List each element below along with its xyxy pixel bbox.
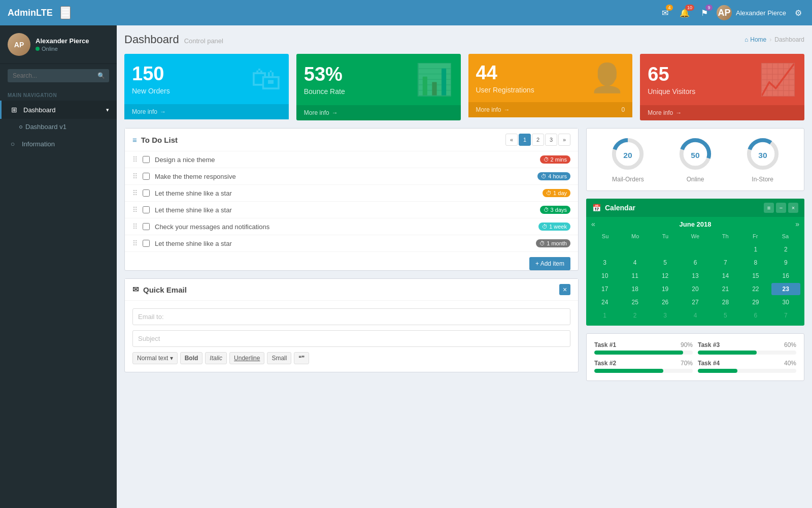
page-next-btn[interactable]: » [558, 134, 570, 146]
cal-cell[interactable]: 26 [651, 296, 680, 308]
cal-cell-today[interactable]: 23 [771, 283, 800, 295]
cal-cell[interactable]: 17 [590, 283, 619, 295]
subject-input[interactable] [132, 330, 570, 347]
drag-handle-icon[interactable]: ⠿ [132, 206, 138, 214]
add-item-button[interactable]: + Add item [529, 257, 570, 270]
user-area[interactable]: AP Alexander Pierce [717, 5, 786, 20]
drag-handle-icon[interactable]: ⠿ [132, 223, 138, 231]
small-button[interactable]: Small [267, 352, 291, 364]
tasks-card: Task #1 90% Task #3 60% [586, 333, 804, 381]
todo-checkbox[interactable] [143, 156, 150, 163]
flag-button[interactable]: ⚑ 9 [698, 6, 710, 20]
stat-card-new-orders[interactable]: 150 New Orders 🛍 More info → [124, 54, 289, 120]
sidebar-item-information[interactable]: ○ Information [0, 135, 117, 153]
cal-cell[interactable] [711, 243, 740, 256]
todo-checkbox[interactable] [143, 173, 150, 180]
normal-text-button[interactable]: Normal text ▾ [132, 352, 178, 364]
bell-button[interactable]: 🔔 10 [677, 6, 692, 20]
svg-text:30: 30 [758, 151, 767, 160]
quick-email-close-button[interactable]: × [559, 284, 570, 295]
calendar-close-button[interactable]: × [788, 203, 798, 213]
quote-button[interactable]: ❝❞ [294, 352, 309, 364]
italic-button[interactable]: Italic [205, 352, 227, 364]
settings-button[interactable]: ⚙ [792, 6, 804, 20]
sidebar-subitem-dashboard[interactable]: Dashboard v1 [0, 119, 117, 135]
cal-cell[interactable]: 6 [741, 309, 770, 322]
calendar-minimize-button[interactable]: − [776, 203, 786, 213]
stat-card-user-reg[interactable]: 44 User Registrations 👤 More info → 0 [468, 54, 633, 120]
drag-handle-icon[interactable]: ⠿ [132, 189, 138, 197]
sidebar-item-dashboard[interactable]: ⊞ Dashboard ▾ [0, 101, 117, 119]
cal-cell[interactable]: 29 [741, 296, 770, 308]
nav-icons: ✉ 4 🔔 10 ⚑ 9 AP Alexander Pierce ⚙ [659, 5, 804, 20]
todo-checkbox[interactable] [143, 189, 150, 197]
sidebar-user-name: Alexander Pierce [36, 37, 89, 45]
cal-cell[interactable]: 30 [771, 296, 800, 308]
drag-handle-icon[interactable]: ⠿ [132, 155, 138, 164]
stat-footer-bounce[interactable]: More info → [296, 105, 461, 120]
stat-footer-users[interactable]: More info → 0 [468, 102, 633, 117]
cal-cell[interactable]: 5 [651, 257, 680, 269]
cal-cell[interactable]: 9 [771, 257, 800, 269]
stat-footer-orders[interactable]: More info → [124, 104, 289, 119]
cal-cell[interactable]: 7 [711, 257, 740, 269]
sidebar-item-label-dashboard: Dashboard [23, 106, 102, 114]
cal-cell[interactable]: 24 [590, 296, 619, 308]
underline-button[interactable]: Underline [229, 352, 264, 364]
page-3-btn[interactable]: 3 [545, 134, 557, 146]
cal-cell[interactable] [590, 243, 619, 256]
main-content: Dashboard Control panel ⌂ Home › Dashboa… [117, 25, 812, 508]
cal-cell[interactable]: 11 [620, 270, 649, 282]
stat-footer-visitors[interactable]: More info → [640, 105, 804, 120]
cal-cell[interactable]: 2 [771, 243, 800, 256]
calendar-next-button[interactable]: » [795, 220, 799, 228]
cal-cell[interactable] [681, 243, 709, 256]
cal-cell[interactable]: 12 [651, 270, 680, 282]
calendar-card: 📅 Calendar ≡ − × « June 2018 » [586, 199, 804, 326]
cal-cell[interactable]: 13 [681, 270, 709, 282]
cal-cell[interactable]: 4 [620, 257, 649, 269]
cal-cell[interactable]: 3 [590, 257, 619, 269]
drag-handle-icon[interactable]: ⠿ [132, 239, 138, 247]
email-to-input[interactable] [132, 308, 570, 325]
stat-card-bounce-rate[interactable]: 53% Bounce Rate 📊 More info → [296, 54, 461, 120]
page-1-btn[interactable]: 1 [519, 134, 531, 146]
search-input[interactable] [8, 69, 109, 82]
cal-cell[interactable]: 3 [651, 309, 680, 322]
cal-cell[interactable]: 16 [771, 270, 800, 282]
cal-cell[interactable]: 10 [590, 270, 619, 282]
cal-cell[interactable]: 2 [620, 309, 649, 322]
cal-cell[interactable]: 14 [711, 270, 740, 282]
cal-cell[interactable]: 22 [741, 283, 770, 295]
hamburger-button[interactable]: ☰ [60, 6, 71, 19]
cal-cell[interactable]: 6 [681, 257, 709, 269]
cal-cell[interactable]: 28 [711, 296, 740, 308]
cal-cell[interactable]: 27 [681, 296, 709, 308]
calendar-prev-button[interactable]: « [591, 220, 595, 228]
todo-checkbox[interactable] [143, 223, 150, 230]
cal-cell[interactable]: 25 [620, 296, 649, 308]
todo-checkbox[interactable] [143, 240, 150, 247]
cal-cell[interactable] [651, 243, 680, 256]
page-prev-btn[interactable]: « [505, 134, 518, 146]
drag-handle-icon[interactable]: ⠿ [132, 172, 138, 180]
cal-cell[interactable] [620, 243, 649, 256]
envelope-button[interactable]: ✉ 4 [659, 6, 671, 20]
cal-cell[interactable]: 5 [711, 309, 740, 322]
cal-cell[interactable]: 21 [711, 283, 740, 295]
cal-cell[interactable]: 1 [741, 243, 770, 256]
page-2-btn[interactable]: 2 [532, 134, 544, 146]
stat-card-visitors[interactable]: 65 Unique Visitors 📈 More info → [640, 54, 804, 120]
cal-cell[interactable]: 8 [741, 257, 770, 269]
cal-cell[interactable]: 19 [651, 283, 680, 295]
cal-cell[interactable]: 18 [620, 283, 649, 295]
breadcrumb-home-link[interactable]: ⌂ Home [745, 36, 766, 43]
todo-checkbox[interactable] [143, 206, 150, 213]
bold-button[interactable]: Bold [180, 352, 203, 364]
cal-cell[interactable]: 1 [590, 309, 619, 322]
cal-cell[interactable]: 15 [741, 270, 770, 282]
calendar-list-button[interactable]: ≡ [764, 203, 774, 213]
cal-cell[interactable]: 7 [771, 309, 800, 322]
cal-cell[interactable]: 20 [681, 283, 709, 295]
cal-cell[interactable]: 4 [681, 309, 709, 322]
